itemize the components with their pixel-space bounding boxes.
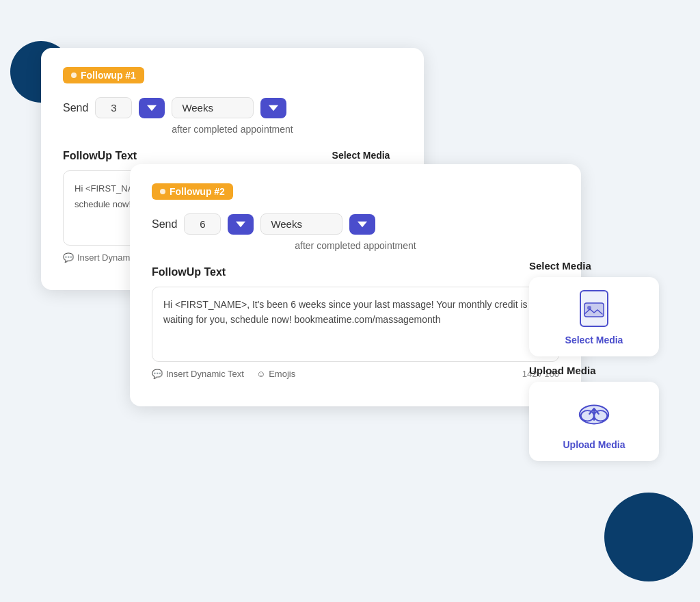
- send-value-1[interactable]: 3: [95, 97, 132, 118]
- svg-point-4: [581, 410, 594, 421]
- badge-label-1: Followup #1: [81, 70, 136, 81]
- followup-badge-1: Followup #1: [63, 67, 144, 83]
- send-value-dropdown-1[interactable]: [139, 98, 165, 118]
- weeks-dropdown-2[interactable]: [349, 214, 375, 235]
- send-label-1: Send: [63, 102, 88, 114]
- badge-dot-1: [71, 73, 77, 78]
- upload-media-icon: [576, 393, 612, 434]
- emoji-icon-2: ☺: [256, 369, 265, 379]
- chat-icon-1: 💬: [63, 252, 74, 263]
- weeks-dropdown-1[interactable]: [260, 98, 286, 118]
- send-value-dropdown-2[interactable]: [228, 214, 254, 235]
- insert-dynamic-label-2: Insert Dynamic Text: [166, 369, 244, 379]
- scene: Followup #1 Send 3 Weeks after completed…: [0, 0, 700, 602]
- emojis-label-2: Emojis: [269, 369, 295, 379]
- emojis-btn-2[interactable]: ☺ Emojis: [256, 369, 295, 379]
- after-text-1: after completed appointment: [63, 124, 402, 135]
- followup-badge-2: Followup #2: [152, 183, 233, 200]
- badge-dot-2: [160, 189, 165, 194]
- text-section-title-2: FollowUp Text: [152, 266, 559, 278]
- send-value-2[interactable]: 6: [184, 213, 221, 235]
- insert-dynamic-text-2[interactable]: 💬 Insert Dynamic Text: [152, 369, 244, 379]
- decorative-circle-bottom-right: [604, 493, 693, 581]
- svg-point-5: [594, 410, 607, 421]
- badge-label-2: Followup #2: [170, 186, 225, 197]
- card2-text-section: FollowUp Text Hi <FIRST_NAME>, It's been…: [152, 266, 559, 379]
- upload-media-btn-label: Upload Media: [563, 439, 625, 450]
- upload-media-section-title: Upload Media: [529, 365, 659, 376]
- followup-textarea-2[interactable]: Hi <FIRST_NAME>, It's been 6 weeks since…: [152, 287, 559, 362]
- card1-media-title: Select Media: [332, 150, 390, 161]
- svg-rect-1: [584, 303, 604, 317]
- card2-content: FollowUp Text Hi <FIRST_NAME>, It's been…: [152, 266, 559, 379]
- select-media-box[interactable]: Select Media: [529, 277, 659, 356]
- after-text-2: after completed appointment: [152, 240, 559, 251]
- chat-icon-2: 💬: [152, 369, 163, 379]
- upload-media-box[interactable]: Upload Media: [529, 382, 659, 461]
- weeks-select-1[interactable]: Weeks: [172, 97, 254, 118]
- weeks-select-2[interactable]: Weeks: [260, 213, 342, 235]
- toolbar-2: 💬 Insert Dynamic Text ☺ Emojis 142 / 160: [152, 369, 559, 379]
- media-panel: Select Media Select Media Upload Media: [529, 260, 659, 469]
- followup-card-2: Followup #2 Send 6 Weeks after completed…: [130, 164, 581, 406]
- select-media-icon: [576, 288, 612, 329]
- followup-text-content-2: Hi <FIRST_NAME>, It's been 6 weeks since…: [163, 299, 528, 325]
- text-section-title-1: FollowUp Text: [63, 150, 306, 162]
- select-media-btn-label: Select Media: [565, 335, 623, 345]
- send-row-1: Send 3 Weeks: [63, 97, 402, 118]
- select-media-section-title: Select Media: [529, 260, 659, 272]
- send-row-2: Send 6 Weeks: [152, 213, 559, 235]
- send-label-2: Send: [152, 218, 177, 231]
